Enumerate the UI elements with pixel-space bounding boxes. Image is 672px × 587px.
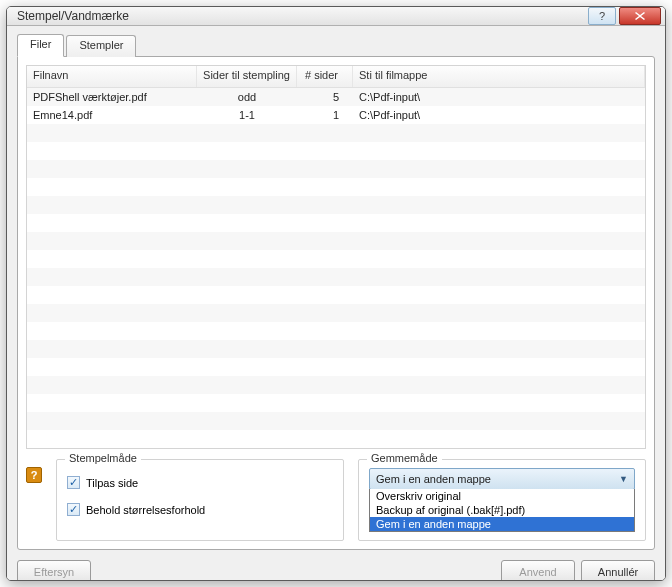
dropdown-item[interactable]: Overskriv original — [370, 489, 634, 503]
col-sti[interactable]: Sti til filmappe — [353, 66, 645, 87]
col-filnavn[interactable]: Filnavn — [27, 66, 197, 87]
button-label: Anvend — [519, 566, 556, 578]
table-row — [27, 286, 645, 304]
cell-sider: 1 — [297, 108, 353, 122]
table-row — [27, 268, 645, 286]
group-stempelmaade: Stempelmåde ✓ Tilpas side ✓ Behold størr… — [56, 459, 344, 541]
chevron-down-icon: ▼ — [619, 474, 628, 484]
cell-filnavn: PDFShell værktøjer.pdf — [27, 90, 197, 104]
context-help-icon[interactable]: ? — [26, 467, 42, 483]
button-label: Eftersyn — [34, 566, 74, 578]
cell-sider: 5 — [297, 90, 353, 104]
apply-button[interactable]: Anvend — [501, 560, 575, 581]
cell-stempling: 1-1 — [197, 108, 297, 122]
tab-filer[interactable]: Filer — [17, 34, 64, 57]
checkbox-icon: ✓ — [67, 503, 80, 516]
titlebar-text: Stempel/Vandmærke — [17, 9, 588, 23]
table-row — [27, 142, 645, 160]
titlebar-close-button[interactable] — [619, 7, 661, 25]
titlebar-buttons: ? — [588, 7, 661, 25]
table-row — [27, 322, 645, 340]
dialog-buttons: Eftersyn Anvend Annullér — [17, 560, 655, 581]
cancel-button[interactable]: Annullér — [581, 560, 655, 581]
col-sider[interactable]: # sider — [297, 66, 353, 87]
table-row — [27, 250, 645, 268]
cell-filnavn: Emne14.pdf — [27, 108, 197, 122]
client-area: Filer Stempler Filnavn Sider til stempli… — [7, 26, 665, 581]
cell-sti: C:\Pdf-input\ — [353, 108, 645, 122]
cell-sti: C:\Pdf-input\ — [353, 90, 645, 104]
table-row — [27, 232, 645, 250]
group-title: Stempelmåde — [65, 452, 141, 464]
table-row — [27, 304, 645, 322]
table-row — [27, 358, 645, 376]
button-label: Annullér — [598, 566, 638, 578]
table-row — [27, 178, 645, 196]
cell-stempling: odd — [197, 90, 297, 104]
save-mode-dropdown: Overskriv originalBackup af original (.b… — [369, 489, 635, 532]
tabstrip: Filer Stempler — [17, 34, 655, 56]
titlebar: Stempel/Vandmærke ? — [7, 7, 665, 26]
checkbox-label: Behold størrelsesforhold — [86, 504, 205, 516]
dialog-window: Stempel/Vandmærke ? Filer Stempler Filna… — [6, 6, 666, 581]
table-row — [27, 412, 645, 430]
combo-selected: Gem i en anden mappe — [376, 473, 491, 485]
table-row — [27, 160, 645, 178]
checkbox-icon: ✓ — [67, 476, 80, 489]
tab-label: Stempler — [79, 39, 123, 51]
preview-button[interactable]: Eftersyn — [17, 560, 91, 581]
group-gemmemaade: Gemmemåde Gem i en anden mappe ▼ Overskr… — [358, 459, 646, 541]
tab-panel-filer: Filnavn Sider til stempling # sider Sti … — [17, 56, 655, 550]
file-table: Filnavn Sider til stempling # sider Sti … — [26, 65, 646, 449]
group-title: Gemmemåde — [367, 452, 442, 464]
save-mode-combo[interactable]: Gem i en anden mappe ▼ — [369, 468, 635, 490]
titlebar-help-button[interactable]: ? — [588, 7, 616, 25]
close-icon — [635, 12, 645, 20]
help-icon: ? — [599, 10, 605, 22]
table-row — [27, 214, 645, 232]
table-row — [27, 430, 645, 448]
tab-label: Filer — [30, 38, 51, 50]
table-row — [27, 340, 645, 358]
table-row — [27, 196, 645, 214]
lower-panel: ? Stempelmåde ✓ Tilpas side ✓ Behold stø… — [26, 459, 646, 541]
tab-stempler[interactable]: Stempler — [66, 35, 136, 57]
checkbox-label: Tilpas side — [86, 477, 138, 489]
col-stempling[interactable]: Sider til stempling — [197, 66, 297, 87]
table-row — [27, 394, 645, 412]
table-header: Filnavn Sider til stempling # sider Sti … — [27, 66, 645, 88]
table-row[interactable]: Emne14.pdf1-11C:\Pdf-input\ — [27, 106, 645, 124]
button-group-right: Anvend Annullér — [501, 560, 655, 581]
table-row[interactable]: PDFShell værktøjer.pdfodd5C:\Pdf-input\ — [27, 88, 645, 106]
table-row — [27, 124, 645, 142]
dropdown-item[interactable]: Gem i en anden mappe — [370, 517, 634, 531]
dropdown-item[interactable]: Backup af original (.bak[#].pdf) — [370, 503, 634, 517]
checkbox-tilpas-side[interactable]: ✓ Tilpas side — [67, 476, 333, 489]
table-row — [27, 376, 645, 394]
checkbox-behold-forhold[interactable]: ✓ Behold størrelsesforhold — [67, 503, 333, 516]
table-body[interactable]: PDFShell værktøjer.pdfodd5C:\Pdf-input\E… — [27, 88, 645, 448]
